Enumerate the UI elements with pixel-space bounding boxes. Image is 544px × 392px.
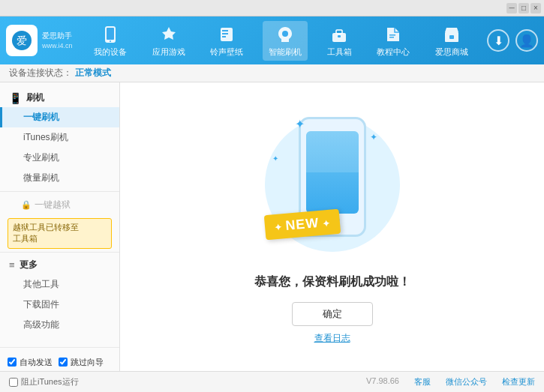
phone-icon xyxy=(100,24,121,45)
sidebar-separator-2 xyxy=(0,252,119,253)
sparkle-2: ✦ xyxy=(370,132,377,142)
status-label: 设备连接状态： xyxy=(9,67,72,79)
download-button[interactable]: ⬇ xyxy=(487,29,509,52)
sidebar-item-micro-flash[interactable]: 微量刷机 xyxy=(0,168,119,188)
nav-item-smart-flash[interactable]: 智能刷机 xyxy=(263,21,308,61)
svg-rect-11 xyxy=(336,30,342,34)
customer-service-link[interactable]: 客服 xyxy=(414,376,431,388)
nav-item-tutorial[interactable]: 教程中心 xyxy=(371,21,416,61)
svg-point-9 xyxy=(282,31,288,37)
svg-rect-6 xyxy=(222,30,228,31)
music-icon xyxy=(216,24,237,45)
secondary-link[interactable]: 查看日志 xyxy=(314,332,350,345)
svg-point-4 xyxy=(110,40,111,42)
top-nav: 爱 爱思助手 www.i4.cn 我的设备 应用 xyxy=(0,16,544,64)
status-value: 正常模式 xyxy=(75,67,111,79)
version-label: V7.98.66 xyxy=(366,376,399,388)
sidebar-item-other-tools[interactable]: 其他工具 xyxy=(0,274,119,295)
lock-icon: 🔒 xyxy=(21,200,32,210)
title-bar: ─ □ × xyxy=(0,0,544,16)
svg-rect-13 xyxy=(389,34,395,36)
nav-item-mall[interactable]: 爱思商城 xyxy=(429,21,474,61)
book-icon xyxy=(383,24,404,45)
check-update-link[interactable]: 检查更新 xyxy=(502,376,535,388)
main-layout: 📱 刷机 一键刷机 iTunes刷机 专业刷机 微量刷机 🔒 一键越狱 越狱工具… xyxy=(0,82,544,371)
status-bar: 设备连接状态： 正常模式 xyxy=(0,64,544,82)
sidebar-section-flash-title: 📱 刷机 xyxy=(0,88,119,107)
sparkle-1: ✦ xyxy=(295,117,305,131)
nav-item-toolbox[interactable]: 工具箱 xyxy=(321,21,358,61)
sidebar-item-advanced[interactable]: 高级功能 xyxy=(0,315,119,335)
phone-screen xyxy=(306,131,359,214)
more-icon: ≡ xyxy=(9,259,15,271)
footer-right: V7.98.66 客服 微信公众号 检查更新 xyxy=(366,376,535,388)
sparkle-3: ✦ xyxy=(272,154,278,163)
phone-screen-shine xyxy=(306,131,359,172)
logo-icon: 爱 xyxy=(6,25,38,56)
svg-rect-16 xyxy=(449,35,454,39)
sidebar-item-download-firmware[interactable]: 下载固件 xyxy=(0,295,119,315)
confirm-button[interactable]: 确定 xyxy=(292,302,373,326)
maximize-button[interactable]: □ xyxy=(518,3,529,13)
sidebar-alert: 越狱工具已转移至工具箱 xyxy=(8,218,112,249)
svg-text:爱: 爱 xyxy=(17,35,27,46)
auto-send-checkbox[interactable]: 自动发送 xyxy=(8,357,53,368)
nav-item-apps-games[interactable]: 应用游戏 xyxy=(146,21,191,61)
sidebar-separator-1 xyxy=(0,191,119,192)
svg-rect-14 xyxy=(389,37,394,38)
checkbox-row: 自动发送 跳过向导 xyxy=(8,354,112,371)
sidebar-more-title: ≡ 更多 xyxy=(0,256,119,274)
phone-section-icon: 📱 xyxy=(9,92,22,104)
success-text: 恭喜您，保资料刷机成功啦！ xyxy=(254,274,410,290)
footer-left: 阻止iTunes运行 xyxy=(9,376,79,388)
sidebar-section-flash: 📱 刷机 一键刷机 iTunes刷机 专业刷机 微量刷机 xyxy=(0,88,119,188)
nav-item-my-device[interactable]: 我的设备 xyxy=(88,21,133,61)
nav-item-ringtones[interactable]: 铃声壁纸 xyxy=(204,21,249,61)
wechat-link[interactable]: 微信公众号 xyxy=(446,376,487,388)
skip-wizard-checkbox[interactable]: 跳过向导 xyxy=(59,357,104,368)
svg-rect-12 xyxy=(338,35,341,37)
sidebar-footer: 自动发送 跳过向导 xyxy=(0,347,119,371)
block-itunes-checkbox[interactable] xyxy=(9,378,18,387)
flash-icon xyxy=(275,24,296,45)
sidebar-item-pro-flash[interactable]: 专业刷机 xyxy=(0,148,119,168)
svg-rect-3 xyxy=(107,28,114,40)
apps-icon xyxy=(158,24,179,45)
success-illustration: ✦ ✦ ✦ NEW xyxy=(250,109,415,259)
logo-area: 爱 爱思助手 www.i4.cn xyxy=(6,25,81,56)
logo-text: 爱思助手 www.i4.cn xyxy=(42,31,73,51)
nav-items: 我的设备 应用游戏 铃声壁纸 xyxy=(81,21,481,61)
close-button[interactable]: × xyxy=(530,3,541,13)
user-button[interactable]: 👤 xyxy=(515,29,538,52)
minimize-button[interactable]: ─ xyxy=(506,3,517,13)
app-footer: 阻止iTunes运行 V7.98.66 客服 微信公众号 检查更新 xyxy=(0,371,544,392)
nav-right: ⬇ 👤 xyxy=(487,29,538,52)
main-content: ✦ ✦ ✦ NEW 恭喜您，保资料刷机成功啦！ 确定 查看日志 xyxy=(120,82,544,371)
svg-rect-7 xyxy=(222,33,228,34)
svg-rect-8 xyxy=(222,36,226,37)
sidebar-item-itunes-flash[interactable]: iTunes刷机 xyxy=(0,127,119,148)
toolbox-icon xyxy=(329,24,350,45)
sidebar-item-one-click-flash[interactable]: 一键刷机 xyxy=(0,107,119,127)
mall-icon xyxy=(441,24,462,45)
sidebar-disabled-jailbreak: 🔒 一键越狱 xyxy=(0,195,119,215)
sidebar: 📱 刷机 一键刷机 iTunes刷机 专业刷机 微量刷机 🔒 一键越狱 越狱工具… xyxy=(0,82,120,371)
